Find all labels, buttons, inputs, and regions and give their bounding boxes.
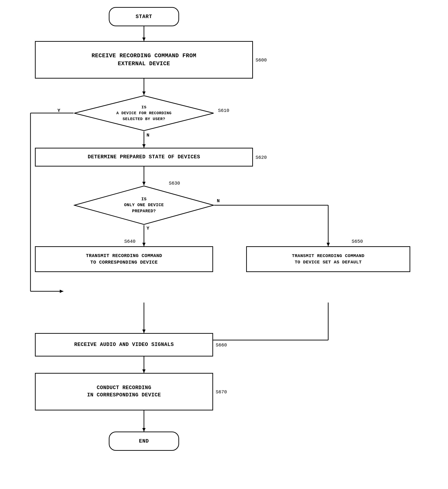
svg-marker-3 bbox=[142, 91, 146, 95]
s630-y-label: Y bbox=[146, 226, 149, 231]
s610-n-label: N bbox=[146, 132, 149, 138]
svg-marker-9 bbox=[60, 290, 63, 293]
s620-label: DETERMINE PREPARED STATE OF DEVICES bbox=[88, 154, 200, 161]
s630-step: S630 bbox=[169, 181, 180, 186]
s630-label: IS ONLY ONE DEVICE PREPARED? bbox=[124, 197, 164, 213]
s640-process: TRANSMIT RECORDING COMMAND TO CORRESPOND… bbox=[35, 246, 213, 272]
svg-marker-1 bbox=[142, 38, 146, 41]
s660-process: RECEIVE AUDIO AND VIDEO SIGNALS bbox=[35, 333, 213, 357]
s650-process: TRANSMIT RECORDING COMMAND TO DEVICE SET… bbox=[246, 246, 410, 272]
s610-text: IS A DEVICE FOR RECORDING SELECTED BY US… bbox=[116, 104, 171, 122]
s650-step-label: S650 bbox=[352, 239, 363, 244]
flowchart: START RECEIVE RECORDING COMMAND FROM EXT… bbox=[0, 0, 448, 489]
s610-label: IS A DEVICE FOR RECORDING SELECTED BY US… bbox=[116, 105, 171, 121]
s610-diamond: IS A DEVICE FOR RECORDING SELECTED BY US… bbox=[74, 95, 214, 131]
s600-step: S600 bbox=[256, 57, 267, 63]
s600-label: RECEIVE RECORDING COMMAND FROM EXTERNAL … bbox=[91, 52, 196, 67]
s620-process: DETERMINE PREPARED STATE OF DEVICES bbox=[35, 148, 253, 167]
s670-process: CONDUCT RECORDING IN CORRESPONDING DEVIC… bbox=[35, 373, 213, 410]
s600-process: RECEIVE RECORDING COMMAND FROM EXTERNAL … bbox=[35, 41, 253, 79]
s610-y-label: Y bbox=[57, 108, 60, 113]
svg-marker-24 bbox=[142, 428, 146, 432]
svg-marker-11 bbox=[142, 182, 146, 185]
s630-n-label: N bbox=[217, 198, 220, 204]
s620-step: S620 bbox=[256, 155, 267, 160]
s610-step: S610 bbox=[218, 108, 229, 113]
s640-step-label: S640 bbox=[124, 239, 136, 244]
end-label: END bbox=[139, 438, 149, 444]
s670-label: CONDUCT RECORDING IN CORRESPONDING DEVIC… bbox=[87, 384, 161, 399]
s640-label: TRANSMIT RECORDING COMMAND TO CORRESPOND… bbox=[86, 253, 162, 266]
s630-diamond: IS ONLY ONE DEVICE PREPARED? bbox=[74, 185, 214, 225]
s660-label: RECEIVE AUDIO AND VIDEO SIGNALS bbox=[74, 341, 174, 349]
s660-step: S660 bbox=[216, 342, 227, 348]
start-label: START bbox=[136, 14, 152, 20]
s670-step: S670 bbox=[216, 389, 227, 395]
s650-label: TRANSMIT RECORDING COMMAND TO DEVICE SET… bbox=[292, 253, 364, 265]
svg-marker-13 bbox=[142, 243, 146, 246]
start-terminal: START bbox=[109, 7, 179, 26]
svg-marker-22 bbox=[142, 369, 146, 373]
svg-marker-5 bbox=[142, 144, 146, 148]
svg-marker-16 bbox=[327, 243, 330, 246]
s630-text: IS ONLY ONE DEVICE PREPARED? bbox=[124, 196, 164, 214]
svg-marker-18 bbox=[142, 330, 146, 333]
end-terminal: END bbox=[109, 432, 179, 451]
